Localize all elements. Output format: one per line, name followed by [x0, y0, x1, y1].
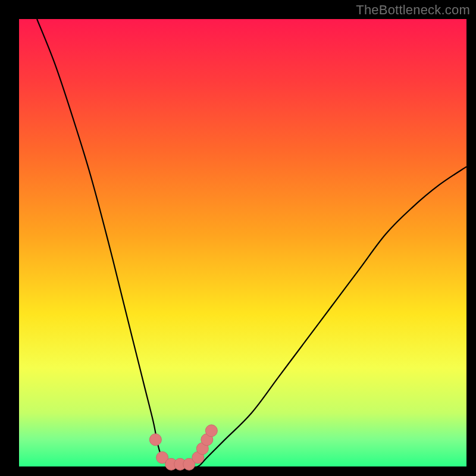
- watermark-text: TheBottleneck.com: [356, 2, 470, 18]
- bottleneck-curve-svg: [19, 19, 466, 466]
- bottleneck-curve: [37, 19, 466, 467]
- plot-area: [19, 19, 466, 466]
- chart-frame: TheBottleneck.com: [0, 0, 476, 476]
- curve-layer: [37, 19, 466, 467]
- curve-marker: [205, 425, 217, 437]
- curve-marker: [149, 434, 161, 446]
- marker-layer: [149, 425, 217, 470]
